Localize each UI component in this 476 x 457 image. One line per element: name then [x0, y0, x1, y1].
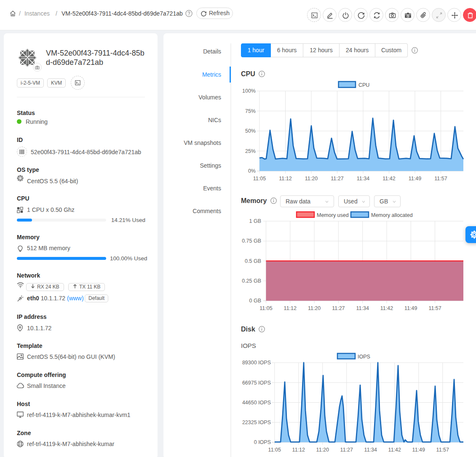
svg-text:22325 IOPS: 22325 IOPS — [242, 420, 271, 425]
svg-text:11:20: 11:20 — [305, 176, 318, 182]
svg-text:1 GB: 1 GB — [249, 218, 262, 224]
svg-text:0.5 GB: 0.5 GB — [245, 258, 261, 264]
svg-text:IOPS: IOPS — [358, 354, 370, 360]
svg-text:25%: 25% — [245, 148, 256, 154]
svg-text:11:20: 11:20 — [316, 447, 329, 453]
svg-text:11:27: 11:27 — [331, 176, 343, 182]
svg-text:0.75 GB: 0.75 GB — [242, 238, 261, 244]
svg-text:11:57: 11:57 — [428, 305, 441, 311]
svg-text:11:05: 11:05 — [259, 305, 272, 311]
svg-text:11:42: 11:42 — [382, 176, 395, 182]
svg-text:11:27: 11:27 — [332, 305, 345, 311]
svg-text:11:34: 11:34 — [364, 447, 377, 453]
svg-text:Memory allocated: Memory allocated — [371, 212, 413, 218]
svg-text:11:05: 11:05 — [253, 176, 266, 182]
svg-text:100%: 100% — [242, 88, 256, 94]
svg-text:11:34: 11:34 — [356, 305, 369, 311]
svg-text:Memory used: Memory used — [317, 212, 349, 218]
svg-text:11:05: 11:05 — [268, 447, 281, 453]
svg-text:11:49: 11:49 — [409, 176, 421, 182]
svg-text:11:42: 11:42 — [388, 447, 401, 453]
svg-text:11:49: 11:49 — [412, 447, 425, 453]
svg-text:75%: 75% — [245, 108, 256, 114]
svg-text:89300 IOPS: 89300 IOPS — [242, 360, 271, 366]
svg-text:0 GB: 0 GB — [249, 298, 262, 304]
svg-text:11:34: 11:34 — [357, 176, 369, 182]
svg-text:11:20: 11:20 — [308, 305, 321, 311]
svg-text:11:57: 11:57 — [436, 447, 449, 453]
svg-text:50%: 50% — [245, 128, 256, 134]
svg-text:0%: 0% — [248, 168, 256, 174]
svg-text:11:12: 11:12 — [284, 305, 297, 311]
svg-text:0.25 GB: 0.25 GB — [242, 278, 261, 284]
svg-text:CPU: CPU — [358, 82, 369, 88]
svg-text:11:12: 11:12 — [279, 176, 291, 182]
svg-text:11:12: 11:12 — [292, 447, 305, 453]
svg-text:11:49: 11:49 — [404, 305, 417, 311]
svg-text:11:27: 11:27 — [340, 447, 353, 453]
svg-text:11:42: 11:42 — [380, 305, 393, 311]
svg-text:0 IOPS: 0 IOPS — [254, 439, 271, 445]
svg-text:44650 IOPS: 44650 IOPS — [242, 400, 271, 406]
svg-text:11:57: 11:57 — [434, 176, 447, 182]
svg-text:66975 IOPS: 66975 IOPS — [242, 380, 271, 386]
